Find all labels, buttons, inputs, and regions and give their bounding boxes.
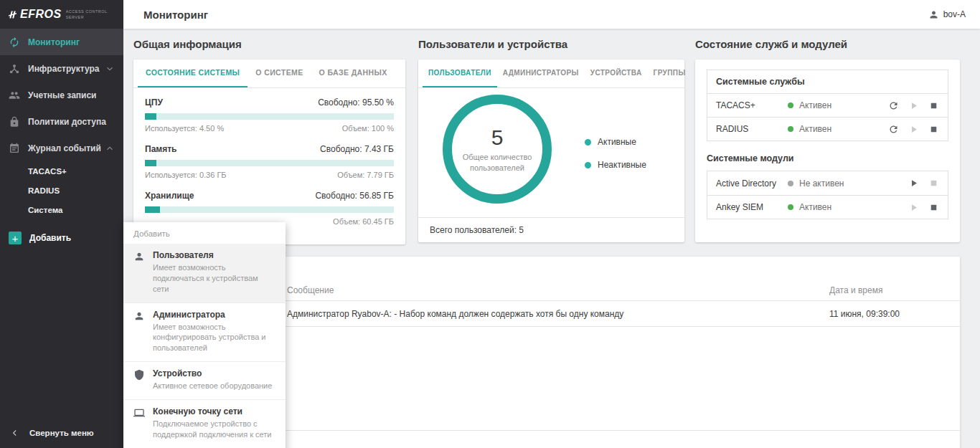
sidebar-item-label: Мониторинг bbox=[28, 37, 115, 47]
stop-module-icon[interactable] bbox=[928, 202, 939, 213]
add-dropdown-menu: Добавить Пользователя Имеет возможность … bbox=[123, 222, 286, 448]
menu-item-add-user[interactable]: Пользователя Имеет возможность подключат… bbox=[123, 244, 286, 303]
section-title: Общая информация bbox=[133, 38, 405, 50]
menu-item-add-administrator[interactable]: Администратора Имеет возможность конфигу… bbox=[123, 303, 286, 363]
chevron-left-icon bbox=[10, 428, 20, 438]
section-title: Состояние служб и модулей bbox=[695, 38, 960, 50]
person-icon bbox=[133, 310, 145, 322]
general-info-tabs: СОСТОЯНИЕ СИСТЕМЫ О СИСТЕМЕ О БАЗЕ ДАННЫ… bbox=[133, 59, 405, 88]
sidebar-add-button[interactable]: + Добавить bbox=[0, 224, 123, 252]
cpu-progress-fill bbox=[145, 113, 156, 120]
sidebar-subitem-label: Система bbox=[28, 206, 62, 214]
donut-caption: Общее количество пользователей bbox=[459, 152, 535, 173]
metric-free: Свободно: 95.50 % bbox=[318, 97, 394, 108]
sidebar-item-accounts[interactable]: Учетные записи bbox=[0, 82, 123, 108]
metric-total: Объем: 60.45 ГБ bbox=[333, 217, 394, 226]
users-devices-card: ПОЛЬЗОВАТЕЛИ АДМИНИСТРАТОРЫ УСТРОЙСТВА Г… bbox=[418, 59, 684, 242]
menu-item-add-device[interactable]: Устройство Активное сетевое оборудование bbox=[123, 362, 286, 400]
status-text: Не активен bbox=[799, 178, 844, 189]
status-dot bbox=[788, 204, 793, 210]
sidebar-item-label: Инфраструктура bbox=[28, 64, 105, 74]
storage-progress-bar bbox=[145, 206, 394, 213]
start-module-icon[interactable] bbox=[908, 178, 919, 189]
sidebar-subitem-system[interactable]: Система bbox=[0, 200, 123, 219]
users-chart-area: 5 Общее количество пользователей Активны… bbox=[418, 88, 684, 217]
memory-progress-bar bbox=[145, 160, 394, 166]
restart-service-icon[interactable] bbox=[888, 100, 899, 111]
status-text: Активен bbox=[799, 202, 831, 212]
sidebar-subitem-radius[interactable]: RADIUS bbox=[0, 181, 123, 200]
start-service-icon[interactable] bbox=[908, 100, 919, 111]
legend-item-inactive: Неактивные bbox=[585, 160, 646, 170]
service-row-radius: RADIUS Активен bbox=[707, 117, 948, 140]
lock-icon bbox=[9, 116, 20, 128]
metric-total: Объем: 7.79 ГБ bbox=[337, 171, 394, 179]
tab-users[interactable]: ПОЛЬЗОВАТЕЛИ bbox=[423, 59, 497, 87]
chevron-up-icon bbox=[105, 143, 115, 153]
service-row-tacacs: TACACS+ Активен bbox=[707, 93, 948, 117]
users-devices-tabs: ПОЛЬЗОВАТЕЛИ АДМИНИСТРАТОРЫ УСТРОЙСТВА Г… bbox=[418, 59, 684, 88]
users-donut-chart: 5 Общее количество пользователей bbox=[443, 95, 552, 204]
menu-item-add-endpoint[interactable]: Конечную точку сети Подключаемое устройс… bbox=[123, 400, 286, 448]
brand-subtitle: ACCESS CONTROL SERVER bbox=[66, 9, 108, 21]
sidebar-item-label: Политики доступа bbox=[28, 117, 115, 127]
menu-item-label: Конечную точку сети bbox=[153, 406, 273, 416]
tab-administrators[interactable]: АДМИНИСТРАТОРЫ bbox=[497, 59, 585, 87]
person-icon bbox=[928, 9, 939, 20]
metric-free: Свободно: 56.85 ГБ bbox=[315, 191, 394, 201]
tab-about-database[interactable]: О БАЗЕ ДАННЫХ bbox=[311, 59, 395, 87]
chevron-down-icon bbox=[105, 64, 115, 74]
status-dot bbox=[788, 126, 793, 132]
tab-system-state[interactable]: СОСТОЯНИЕ СИСТЕМЫ bbox=[138, 59, 248, 87]
section-users-devices: Пользователи и устройства ПОЛЬЗОВАТЕЛИ А… bbox=[418, 38, 684, 242]
tab-about-system[interactable]: О СИСТЕМЕ bbox=[248, 59, 311, 87]
metric-name: ЦПУ bbox=[145, 97, 163, 108]
general-info-card: СОСТОЯНИЕ СИСТЕМЫ О СИСТЕМЕ О БАЗЕ ДАННЫ… bbox=[133, 59, 405, 244]
sidebar-item-infrastructure[interactable]: Инфраструктура bbox=[0, 55, 123, 82]
sidebar-item-event-log[interactable]: Журнал событий bbox=[0, 135, 123, 161]
status-text: Активен bbox=[799, 124, 831, 134]
column-header-datetime: Дата и время bbox=[829, 285, 960, 295]
stop-service-icon[interactable] bbox=[928, 100, 939, 111]
people-icon bbox=[9, 90, 20, 101]
section-services-modules: Состояние служб и модулей Системные служ… bbox=[695, 38, 960, 242]
tab-devices[interactable]: УСТРОЙСТВА bbox=[585, 59, 648, 87]
sidebar-subitem-label: TACACS+ bbox=[28, 167, 67, 176]
metric-memory: Память Свободно: 7.43 ГБ Используется: 0… bbox=[145, 144, 394, 179]
stop-service-icon[interactable] bbox=[928, 124, 939, 135]
metric-total: Объем: 100 % bbox=[342, 124, 394, 133]
status-dot bbox=[788, 181, 793, 186]
service-name: TACACS+ bbox=[716, 100, 788, 110]
sidebar-add-label: Добавить bbox=[29, 233, 71, 243]
menu-item-description: Имеет возможность подключаться к устройс… bbox=[153, 262, 273, 295]
sidebar-item-access-policies[interactable]: Политики доступа bbox=[0, 108, 123, 135]
shield-icon bbox=[133, 369, 145, 381]
stop-module-icon[interactable] bbox=[928, 178, 939, 189]
sidebar-item-monitoring[interactable]: Мониторинг bbox=[0, 29, 123, 55]
legend-dot-active bbox=[585, 139, 591, 146]
system-services-header: Системные службы bbox=[707, 70, 948, 93]
users-total-footer: Всего пользователей: 5 bbox=[418, 217, 684, 242]
metric-storage: Хранилище Свободно: 56.85 ГБ Объем: 60.4… bbox=[145, 191, 394, 226]
add-menu-header: Добавить bbox=[123, 222, 286, 244]
start-service-icon[interactable] bbox=[908, 124, 919, 135]
restart-service-icon[interactable] bbox=[888, 124, 899, 135]
section-general-info: Общая информация СОСТОЯНИЕ СИСТЕМЫ О СИС… bbox=[133, 38, 405, 244]
collapse-menu-button[interactable]: Свернуть меню bbox=[0, 418, 123, 448]
topbar: Мониторинг bov-A bbox=[123, 0, 980, 29]
menu-item-description: Активное сетевое оборудование bbox=[153, 381, 273, 391]
tab-groups[interactable]: ГРУППЫ bbox=[648, 59, 692, 87]
legend-dot-inactive bbox=[585, 162, 591, 168]
username: bov-A bbox=[943, 9, 966, 19]
menu-item-label: Устройство bbox=[153, 368, 273, 378]
user-menu[interactable]: bov-A bbox=[928, 9, 966, 20]
start-module-icon[interactable] bbox=[908, 202, 919, 213]
brand-subtitle-line2: SERVER bbox=[66, 14, 108, 20]
status-text: Активен bbox=[799, 100, 831, 110]
metric-name: Хранилище bbox=[145, 191, 194, 201]
person-icon bbox=[133, 251, 145, 262]
metric-used: Используется: 4.50 % bbox=[145, 124, 224, 133]
cpu-progress-bar bbox=[145, 113, 394, 120]
system-modules-box: Active Directory Не активен Ankey SIEM bbox=[707, 171, 948, 219]
sidebar-subitem-tacacs[interactable]: TACACS+ bbox=[0, 161, 123, 181]
